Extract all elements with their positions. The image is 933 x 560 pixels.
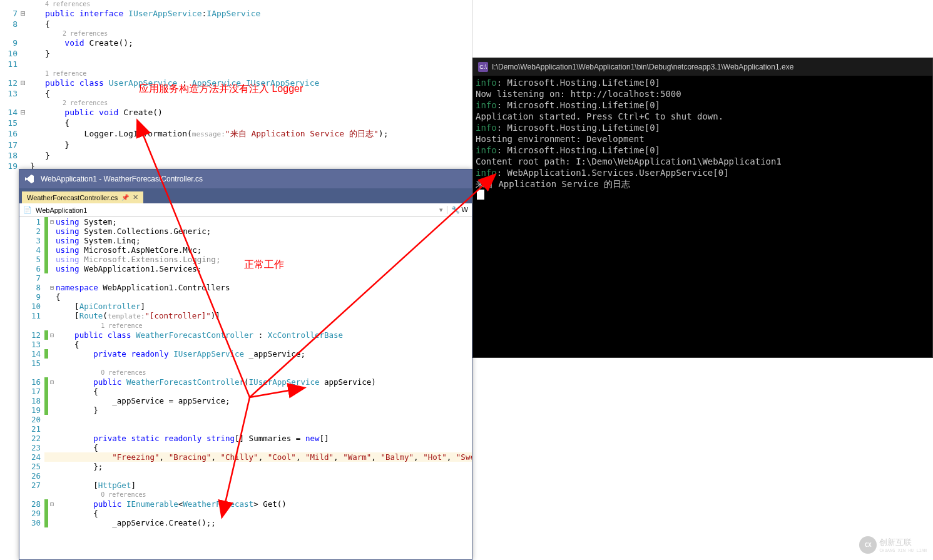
code-text[interactable]: } [28,140,472,150]
code-text[interactable]: [HttpGet] [56,481,136,490]
line-number: 13 [0,88,19,99]
fold-toggle[interactable] [48,264,56,273]
code-text[interactable]: private static readonly string[] Summari… [56,434,329,443]
code-text[interactable]: void Create(); [28,38,472,48]
pin-icon[interactable]: 📌 [121,194,129,201]
fold-toggle[interactable] [48,462,56,471]
fold-toggle[interactable]: ⊟ [48,217,56,227]
codelens-ref[interactable]: 1 reference [0,69,472,78]
fold-toggle[interactable] [48,396,56,405]
code-text[interactable]: { [56,387,98,396]
code-text[interactable]: public WeatherForecastController(IUserAp… [56,377,376,387]
line-number: 9 [19,292,44,302]
line-number: 20 [19,415,44,424]
code-text[interactable]: using Microsoft.AspNetCore.Mvc; [56,245,201,255]
code-text[interactable]: using System.Linq; [56,236,140,245]
console-titlebar[interactable]: C:\ I:\Demo\WebApplication1\WebApplicati… [473,58,932,76]
fold-toggle[interactable]: ⊟ [48,377,56,387]
code-text[interactable]: { [28,88,472,99]
code-text[interactable]: public interface IUserAppService:IAppSer… [28,8,472,19]
line-number: 10 [19,302,44,311]
fold-toggle[interactable] [48,273,56,283]
codelens-ref[interactable]: 0 references [56,490,146,499]
console-line: info: WebApplication1.Services.UserAppSe… [476,167,930,178]
code-text[interactable]: Logger.LogInformation(message:"来自 Applic… [28,128,472,140]
breadcrumb-item[interactable]: 🔧 W [447,206,468,214]
top-code-editor[interactable]: 4 references 7⊟public interface IUserApp… [0,0,472,150]
code-text[interactable]: [Route(template:"[controller]")] [56,311,220,321]
code-text[interactable]: { [56,292,61,302]
console-line: Content root path: I:\Demo\WebApplicatio… [476,156,930,167]
fold-toggle[interactable] [48,236,56,245]
code-text[interactable]: public class UserAppService : AppService… [28,78,472,88]
fold-toggle[interactable] [48,387,56,396]
fold-toggle[interactable]: ⊟ [19,8,28,19]
line-number: 11 [19,311,44,321]
code-text[interactable]: { [28,19,472,29]
close-icon[interactable]: ✕ [133,193,138,201]
code-editor[interactable]: 1⊟using System;2using System.Collections… [19,217,472,559]
code-text[interactable]: namespace WebApplication1.Controllers [56,283,230,292]
fold-toggle[interactable] [48,424,56,434]
line-number: 21 [19,424,44,434]
fold-toggle[interactable] [48,518,56,527]
console-window[interactable]: C:\ I:\Demo\WebApplication1\WebApplicati… [472,58,933,358]
code-text[interactable]: [ApiController] [56,302,145,311]
fold-toggle[interactable] [48,471,56,481]
line-number: 18 [0,150,19,161]
code-text[interactable]: _appService = appService; [56,396,230,405]
code-text[interactable]: { [56,443,98,452]
code-text[interactable]: using System; [56,217,117,227]
fold-toggle[interactable]: ⊟ [48,283,56,292]
visual-studio-window[interactable]: WebApplication1 - WeatherForecastControl… [19,169,472,560]
code-text[interactable]: public class WeatherForecastController :… [56,330,343,340]
code-text[interactable]: using WebApplication1.Services; [56,264,201,273]
fold-toggle[interactable] [48,302,56,311]
code-text[interactable]: } [28,48,472,59]
breadcrumb-item[interactable]: WebApplication1 [36,206,436,214]
console-output[interactable]: info: Microsoft.Hosting.Lifetime[0] Now … [473,76,932,203]
codelens-ref[interactable]: 0 references [56,368,146,377]
code-text[interactable]: { [28,118,472,128]
code-text[interactable]: "Freezing", "Bracing", "Chilly", "Cool",… [56,452,472,462]
code-text[interactable]: { [56,340,79,349]
window-titlebar[interactable]: WebApplication1 - WeatherForecastControl… [19,170,472,188]
code-text[interactable]: private readonly IUserAppService _appSer… [56,349,305,359]
fold-toggle[interactable] [48,481,56,490]
fold-toggle[interactable] [48,405,56,415]
fold-toggle[interactable] [48,349,56,359]
fold-toggle[interactable] [48,255,56,264]
code-text[interactable]: using System.Collections.Generic; [56,227,211,236]
code-text[interactable]: _appService.Create();; [56,518,216,527]
fold-toggle[interactable]: ⊟ [19,78,28,88]
line-number: 15 [0,118,19,128]
fold-toggle[interactable] [48,443,56,452]
fold-toggle[interactable] [48,292,56,302]
code-text[interactable]: { [56,509,98,518]
fold-toggle[interactable]: ⊟ [48,330,56,340]
code-text[interactable]: using Microsoft.Extensions.Logging; [56,255,220,264]
fold-toggle[interactable] [48,434,56,443]
fold-toggle[interactable] [48,509,56,518]
fold-toggle[interactable] [48,452,56,462]
fold-toggle[interactable]: ⊟ [19,107,28,118]
fold-toggle[interactable] [48,227,56,236]
code-text[interactable]: public IEnumerable<WeatherForecast> Get(… [56,499,287,509]
code-text[interactable]: } [56,405,98,415]
fold-toggle[interactable] [48,415,56,424]
codelens-ref[interactable]: 4 references [0,0,472,8]
fold-toggle[interactable] [48,245,56,255]
line-number: 18 [19,396,44,405]
fold-toggle[interactable] [48,340,56,349]
code-text[interactable]: } [28,150,472,161]
codelens-ref[interactable]: 1 reference [56,321,142,330]
editor-tab-active[interactable]: WeatherForecastController.cs 📌 ✕ [22,191,143,203]
code-text[interactable]: }; [56,462,103,471]
fold-toggle[interactable]: ⊟ [48,499,56,509]
codelens-ref[interactable]: 2 references [0,99,472,107]
code-text[interactable]: public void Create() [28,107,472,118]
fold-toggle[interactable] [48,359,56,368]
codelens-ref[interactable]: 2 references [0,29,472,38]
fold-toggle[interactable] [48,311,56,321]
console-line: info: Microsoft.Hosting.Lifetime[0] [476,77,930,88]
